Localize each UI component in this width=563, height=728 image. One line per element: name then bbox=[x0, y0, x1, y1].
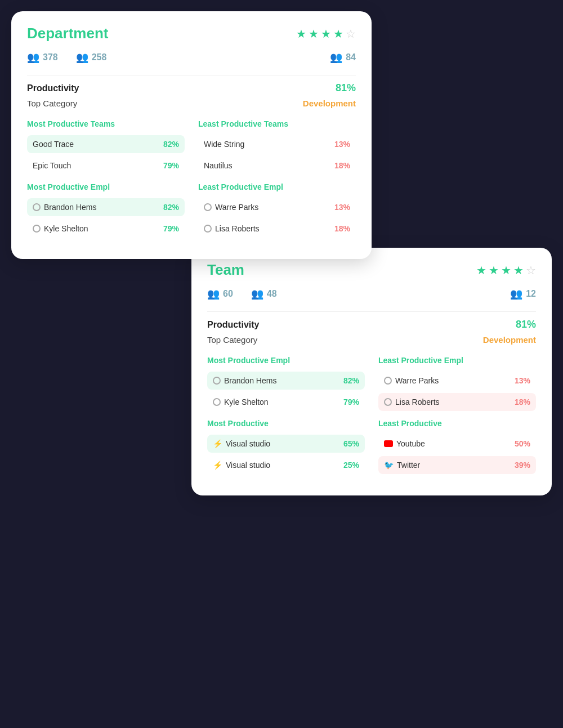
app-value-3: 50% bbox=[515, 439, 530, 448]
least-productive-teams-header: Least Productive Teams bbox=[198, 119, 356, 128]
team-avatar-icon-3 bbox=[384, 377, 392, 385]
star-5[interactable]: ☆ bbox=[346, 27, 356, 41]
app-name-4: 🐦 Twitter bbox=[384, 461, 420, 470]
team-empl-name-2: Kyle Shelton bbox=[213, 398, 269, 407]
team-star-2[interactable]: ★ bbox=[489, 263, 499, 277]
app-name-3: Youtube bbox=[384, 439, 425, 448]
list-item[interactable]: Brandon Hems 82% bbox=[207, 372, 365, 390]
list-item[interactable]: ⚡ Visual studio 65% bbox=[207, 435, 365, 453]
team-value-1: 82% bbox=[163, 140, 179, 149]
team-avatar-icon-1 bbox=[213, 377, 221, 385]
stat-active-value: 258 bbox=[92, 52, 107, 62]
team-stats-row: 👥 60 👥 48 👥 12 bbox=[207, 288, 536, 300]
least-team-name-1: Wide String bbox=[204, 140, 244, 149]
list-item[interactable]: Epic Touch 79% bbox=[27, 157, 185, 175]
stat-active: 👥 258 bbox=[76, 51, 107, 64]
team-card: Team ★ ★ ★ ★ ☆ 👥 60 👥 48 👥 12 Productivi… bbox=[191, 248, 552, 495]
people-icon-1: 👥 bbox=[27, 51, 39, 64]
people-icon-2: 👥 bbox=[76, 51, 88, 64]
least-team-value-2: 18% bbox=[334, 161, 350, 170]
team-empl-section: Most Productive Empl Brandon Hems 82% Ky… bbox=[207, 356, 536, 414]
star-1[interactable]: ★ bbox=[296, 27, 306, 41]
least-empl-name-1: Warre Parks bbox=[204, 203, 258, 212]
app-value-1: 65% bbox=[343, 439, 359, 448]
team-top-category-value: Development bbox=[483, 335, 536, 345]
empl-section: Most Productive Empl Brandon Hems 82% Ky… bbox=[27, 182, 356, 241]
list-item[interactable]: Brandon Hems 82% bbox=[27, 198, 185, 216]
list-item[interactable]: Lisa Roberts 18% bbox=[198, 220, 356, 238]
teams-section: Most Productive Teams Good Trace 82% Epi… bbox=[27, 119, 356, 178]
top-category-value: Development bbox=[303, 99, 356, 108]
team-people-icon-2: 👥 bbox=[251, 288, 263, 300]
star-4[interactable]: ★ bbox=[333, 27, 343, 41]
least-productive-empl-col: Least Productive Empl Warre Parks 13% Li… bbox=[198, 182, 356, 241]
team-people-icon-1: 👥 bbox=[207, 288, 220, 300]
team-stat-total-value: 60 bbox=[223, 289, 233, 299]
list-item[interactable]: Youtube 50% bbox=[378, 435, 536, 453]
empl-value-1: 82% bbox=[163, 203, 179, 212]
department-title: Department bbox=[27, 25, 108, 42]
team-most-productive-empl-col: Most Productive Empl Brandon Hems 82% Ky… bbox=[207, 356, 365, 414]
category-row: Top Category Development bbox=[27, 99, 356, 108]
list-item[interactable]: Kyle Shelton 79% bbox=[27, 220, 185, 238]
app-name-1: ⚡ Visual studio bbox=[213, 439, 270, 448]
team-productivity-row: Productivity 81% bbox=[207, 319, 536, 330]
team-stat-total: 👥 60 bbox=[207, 288, 233, 300]
empl-value-2: 79% bbox=[163, 224, 179, 233]
team-productivity-label: Productivity bbox=[207, 320, 259, 330]
most-productive-apps-header: Most Productive bbox=[207, 419, 365, 428]
team-category-row: Top Category Development bbox=[207, 335, 536, 345]
stat-inactive-value: 84 bbox=[346, 52, 356, 62]
youtube-icon bbox=[384, 440, 393, 447]
empl-name-2: Kyle Shelton bbox=[33, 224, 88, 233]
team-star-1[interactable]: ★ bbox=[476, 263, 486, 277]
team-people-icon-3: 👥 bbox=[510, 288, 522, 300]
least-productive-empl-header: Least Productive Empl bbox=[198, 182, 356, 191]
team-name-1: Good Trace bbox=[33, 140, 74, 149]
rating-stars: ★ ★ ★ ★ ☆ bbox=[296, 27, 356, 41]
team-least-empl-name-2: Lisa Roberts bbox=[384, 398, 440, 407]
list-item[interactable]: Warre Parks 13% bbox=[198, 198, 356, 216]
list-item[interactable]: Kyle Shelton 79% bbox=[207, 393, 365, 411]
stat-inactive: 👥 84 bbox=[330, 51, 356, 64]
team-divider-1 bbox=[207, 311, 536, 312]
productivity-value: 81% bbox=[336, 82, 356, 94]
vs-icon-1: ⚡ bbox=[213, 439, 222, 448]
list-item[interactable]: Wide String 13% bbox=[198, 135, 356, 153]
team-top-category-label: Top Category bbox=[207, 335, 257, 345]
list-item[interactable]: Warre Parks 13% bbox=[378, 372, 536, 390]
team-name-2: Epic Touch bbox=[33, 161, 71, 170]
least-empl-name-2: Lisa Roberts bbox=[204, 224, 260, 233]
most-productive-empl-col: Most Productive Empl Brandon Hems 82% Ky… bbox=[27, 182, 185, 241]
most-productive-empl-header: Most Productive Empl bbox=[27, 182, 185, 191]
list-item[interactable]: Lisa Roberts 18% bbox=[378, 393, 536, 411]
list-item[interactable]: Good Trace 82% bbox=[27, 135, 185, 153]
app-value-2: 25% bbox=[343, 461, 359, 470]
team-star-5[interactable]: ☆ bbox=[526, 263, 536, 277]
team-card-header: Team ★ ★ ★ ★ ☆ bbox=[207, 261, 536, 279]
productivity-row: Productivity 81% bbox=[27, 82, 356, 94]
list-item[interactable]: 🐦 Twitter 39% bbox=[378, 456, 536, 474]
avatar-icon-4 bbox=[204, 225, 212, 233]
team-least-empl-value-1: 13% bbox=[515, 376, 530, 385]
avatar-icon-2 bbox=[33, 225, 41, 233]
team-productivity-value: 81% bbox=[516, 319, 536, 330]
team-least-empl-value-2: 18% bbox=[515, 398, 530, 407]
star-2[interactable]: ★ bbox=[309, 27, 319, 41]
least-team-value-1: 13% bbox=[334, 140, 350, 149]
team-least-productive-empl-header: Least Productive Empl bbox=[378, 356, 536, 365]
team-stat-active: 👥 48 bbox=[251, 288, 277, 300]
team-rating-stars: ★ ★ ★ ★ ☆ bbox=[476, 263, 536, 277]
team-avatar-icon-4 bbox=[384, 398, 392, 406]
list-item[interactable]: ⚡ Visual studio 25% bbox=[207, 456, 365, 474]
star-3[interactable]: ★ bbox=[321, 27, 331, 41]
list-item[interactable]: Nautilus 18% bbox=[198, 157, 356, 175]
vs-icon-2: ⚡ bbox=[213, 461, 222, 470]
app-value-4: 39% bbox=[515, 461, 530, 470]
least-productive-apps-header: Least Productive bbox=[378, 419, 536, 428]
team-star-3[interactable]: ★ bbox=[501, 263, 511, 277]
stat-total: 👥 378 bbox=[27, 51, 58, 64]
app-name-2: ⚡ Visual studio bbox=[213, 461, 270, 470]
team-star-4[interactable]: ★ bbox=[513, 263, 524, 277]
team-value-2: 79% bbox=[163, 161, 179, 170]
